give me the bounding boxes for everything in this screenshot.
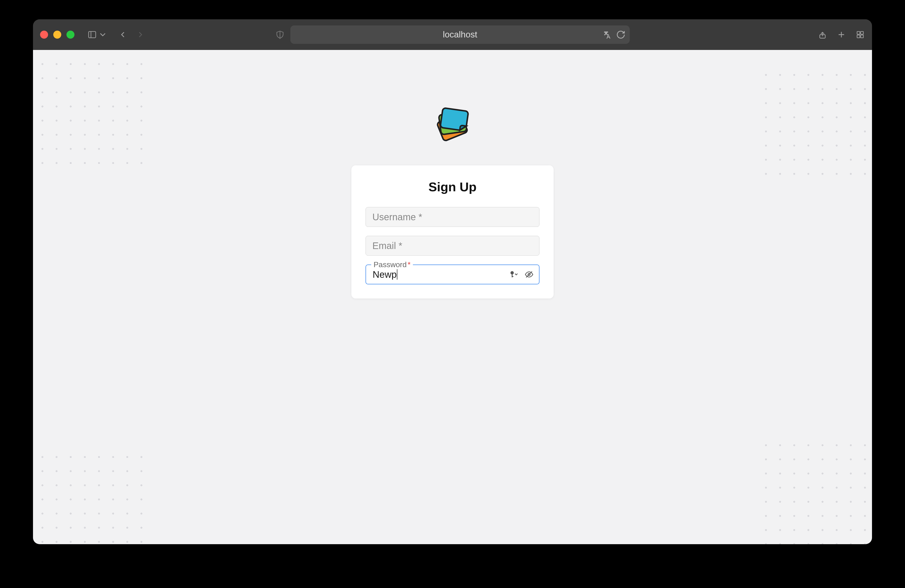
svg-rect-5 xyxy=(857,32,860,34)
rule-label: Includes special symbol xyxy=(379,379,479,389)
password-label: Password* xyxy=(371,260,413,269)
titlebar-left-controls xyxy=(87,30,145,40)
tab-overview-icon[interactable] xyxy=(856,30,865,40)
chevron-down-icon[interactable] xyxy=(98,30,108,40)
rule-item: Includes number xyxy=(365,334,540,345)
decorative-dots xyxy=(35,450,148,544)
text-cursor xyxy=(397,269,397,280)
close-window-button[interactable] xyxy=(40,31,48,39)
check-icon xyxy=(365,395,374,403)
email-field-wrapper xyxy=(365,236,540,255)
page-content: Sign Up Password* Newp xyxy=(33,50,872,544)
x-icon xyxy=(365,320,374,329)
check-icon xyxy=(365,350,374,358)
rule-label: Includes lowercase letter xyxy=(379,349,483,360)
svg-line-17 xyxy=(368,322,372,327)
svg-line-16 xyxy=(368,322,372,327)
svg-rect-0 xyxy=(89,32,96,38)
decorative-dots xyxy=(759,68,872,181)
app-logo xyxy=(426,100,479,149)
nav-forward-button xyxy=(136,30,145,40)
rules-list: Includes at least 12 charactersIncludes … xyxy=(365,319,540,404)
privacy-shield-icon[interactable] xyxy=(275,30,285,40)
rule-item: No whitespaces xyxy=(365,393,540,404)
rule-label: Includes number xyxy=(379,334,449,345)
reload-icon[interactable] xyxy=(616,30,626,40)
sidebar-toggle-icon[interactable] xyxy=(87,30,97,40)
svg-line-21 xyxy=(368,382,372,386)
check-icon xyxy=(365,365,374,373)
svg-rect-8 xyxy=(861,35,864,38)
signup-card: Sign Up Password* Newp xyxy=(351,165,554,298)
svg-line-18 xyxy=(368,338,372,342)
rule-item: Includes at least 12 characters xyxy=(365,319,540,330)
svg-rect-13 xyxy=(512,276,513,277)
address-text: localhost xyxy=(443,30,477,40)
rule-item: Includes lowercase letter xyxy=(365,349,540,360)
card-title: Sign Up xyxy=(365,179,540,194)
rule-label: Includes at least 12 characters xyxy=(379,319,507,330)
rule-item: Includes special symbol xyxy=(365,379,540,389)
rule-label: Includes uppercase letter xyxy=(379,364,484,374)
email-input[interactable] xyxy=(365,236,540,255)
password-field-wrapper: Password* Newp xyxy=(365,265,540,284)
strength-meter xyxy=(365,307,540,310)
address-bar[interactable]: localhost xyxy=(291,25,630,44)
new-tab-icon[interactable] xyxy=(837,30,846,40)
strength-meter-fill xyxy=(365,307,452,310)
traffic-lights xyxy=(40,31,75,39)
rule-item: Includes uppercase letter xyxy=(365,364,540,374)
password-value: Newp xyxy=(373,269,397,280)
browser-window: localhost xyxy=(33,19,872,544)
translate-icon[interactable] xyxy=(603,30,613,40)
decorative-dots xyxy=(35,57,148,170)
minimize-window-button[interactable] xyxy=(53,31,61,39)
svg-rect-7 xyxy=(857,35,860,38)
share-icon[interactable] xyxy=(818,30,827,40)
svg-point-11 xyxy=(510,271,514,274)
x-icon xyxy=(365,380,374,388)
x-icon xyxy=(365,335,374,344)
svg-line-20 xyxy=(368,382,372,386)
username-field-wrapper xyxy=(365,207,540,227)
username-input[interactable] xyxy=(365,207,540,227)
visibility-toggle-icon[interactable] xyxy=(524,270,534,279)
titlebar: localhost xyxy=(33,19,872,50)
decorative-dots xyxy=(759,438,872,544)
password-rules-card: Includes at least 12 charactersIncludes … xyxy=(351,292,554,415)
svg-rect-6 xyxy=(861,32,864,34)
nav-back-button[interactable] xyxy=(118,30,127,40)
titlebar-right-controls xyxy=(818,30,865,40)
svg-line-19 xyxy=(368,338,372,342)
keychain-icon[interactable] xyxy=(509,270,519,279)
rule-label: No whitespaces xyxy=(379,393,446,404)
maximize-window-button[interactable] xyxy=(67,31,75,39)
